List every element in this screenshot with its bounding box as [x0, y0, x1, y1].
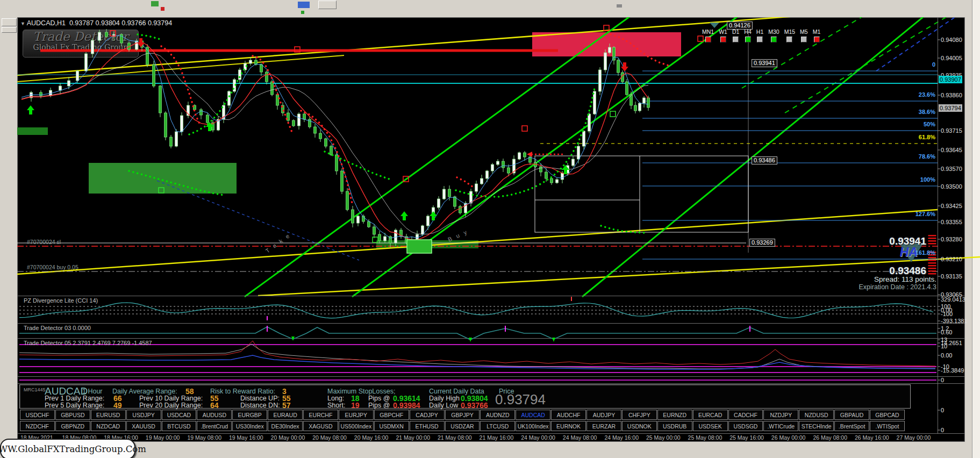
axis-price-label: 0.93425: [941, 202, 962, 210]
scrollbar-strip[interactable]: [972, 0, 980, 458]
symbol-button-usdsek[interactable]: USDSEK: [693, 421, 728, 431]
symbol-button-ethusd[interactable]: ETHUSD: [410, 421, 445, 431]
info-cell: 19: [351, 402, 360, 410]
symbol-button-us500index[interactable]: US500Index: [339, 421, 374, 431]
symbol-button-stechinde[interactable]: STECHInde: [799, 421, 834, 431]
symbol-button-euraud[interactable]: EURAUD: [268, 410, 303, 420]
symbol-button-cadjpy[interactable]: CADJPY: [410, 410, 445, 420]
symbol-button-usdzar[interactable]: USDZAR: [445, 421, 480, 431]
time-axis-label: 24 May 16:00: [604, 434, 639, 441]
axis-price-label: 0.93280: [941, 235, 962, 243]
symbol-button-eurchf[interactable]: EURCHF: [303, 410, 338, 420]
timeframe-state-icon: [720, 37, 726, 42]
timeframe-button-m30[interactable]: M30: [768, 29, 779, 42]
symbol-button-audusd[interactable]: AUDUSD: [197, 410, 232, 420]
symbol-button-nzdjpy[interactable]: NZDJPY: [763, 410, 798, 420]
timeframe-button-m1[interactable]: M1: [813, 29, 821, 42]
symbol-button-usdjpy[interactable]: USDJPY: [126, 410, 161, 420]
axis-price-label: 0: [941, 376, 944, 384]
time-axis-label: 25 May 16:00: [729, 434, 764, 441]
axis-price-label: -100: [941, 310, 953, 318]
symbol-button-gbpjpy[interactable]: GBPJPY: [445, 410, 480, 420]
symbol-button-nzdcad[interactable]: NZDCAD: [91, 421, 126, 431]
symbol-button-us30index[interactable]: US30Index: [232, 421, 267, 431]
collapse-triangle-icon[interactable]: ▼: [20, 21, 25, 26]
scroll-fragment[interactable]: [2, 18, 17, 26]
symbol-button-nzdchf[interactable]: NZDCHF: [20, 421, 55, 431]
fib-level-label: 61.8%: [919, 134, 935, 140]
symbol-button-de30index[interactable]: DE30Index: [268, 421, 303, 431]
symbol-button-audcad[interactable]: AUDCAD: [516, 410, 550, 420]
current-price-chip: 0.93794: [939, 104, 962, 112]
scroll-fragment[interactable]: [2, 27, 17, 33]
time-axis-label: 20 May 00:00: [271, 434, 305, 441]
symbol-button-btcusd[interactable]: BTCUSD: [162, 421, 197, 431]
time-axis-label: 27 May 00:00: [897, 434, 931, 441]
symbol-button-eurnzd[interactable]: EURNZD: [657, 410, 692, 420]
symbol-button-nzdusd[interactable]: NZDUSD: [799, 410, 834, 420]
symbol-button-eurnok[interactable]: EURNOK: [551, 421, 586, 431]
timeframe-label: M1: [813, 29, 821, 35]
symbol-button-usdchf[interactable]: USDCHF: [20, 410, 55, 420]
symbol-button-gbpnzd[interactable]: GBPNZD: [55, 421, 90, 431]
symbol-button-eurgbp[interactable]: EURGBP: [232, 410, 267, 420]
symbol-button-usdrub[interactable]: USDRUB: [657, 421, 692, 431]
indicator-label-pz: PZ Divergence Lite (CCI 14): [24, 297, 98, 304]
symbol-button-xauusd[interactable]: XAUUSD: [126, 421, 161, 431]
trading-platform: Trade Detector Global Fx Trading Group: [0, 0, 980, 458]
symbol-button-usdcad[interactable]: USDCAD: [162, 410, 197, 420]
symbol-button-wticrude[interactable]: .WTICrude: [763, 421, 798, 431]
timeframe-state-icon: [733, 37, 739, 42]
fib-level-label: 50%: [924, 121, 935, 127]
symbol-button-usdnok[interactable]: USDNOK: [622, 421, 657, 431]
time-axis-label: 24 May 08:00: [563, 434, 597, 441]
timeframe-button-m15[interactable]: M15: [784, 29, 795, 42]
site-watermark: WWW.GlobalFXTradingGroup.Com: [0, 439, 135, 458]
symbol-button-ltcusd[interactable]: LTCUSD: [480, 421, 515, 431]
time-axis-label: 25 May 08:00: [688, 434, 723, 441]
time-axis-label: 25 May 00:00: [646, 434, 681, 441]
chart-title-bar[interactable]: ▼ AUDCAD,H1 0.93787 0.93804 0.93766 0.93…: [20, 19, 172, 27]
symbol-button-gbpchf[interactable]: GBPCHF: [374, 410, 409, 420]
symbol-button-chfjpy[interactable]: CHFJPY: [622, 410, 657, 420]
symbol-button-eurzar[interactable]: EURZAR: [586, 421, 621, 431]
symbol-button-gbpcad[interactable]: GBPCAD: [870, 410, 905, 420]
fib-level-label: 127.6%: [915, 211, 935, 217]
symbol-button-brentcrud[interactable]: .BrentCrud: [197, 421, 232, 431]
time-axis-label: 19 May 16:00: [229, 434, 263, 441]
symbol-button-brentspot[interactable]: .BrentSpot: [834, 421, 869, 431]
timeframe-button-h1[interactable]: H1: [756, 29, 763, 42]
symbol-button-usdmxn[interactable]: USDMXN: [374, 421, 409, 431]
symbol-button-audjpy[interactable]: AUDJPY: [586, 410, 621, 420]
symbol-button-gbpaud[interactable]: GBPAUD: [834, 410, 869, 420]
symbol-button-cadchf[interactable]: CADCHF: [728, 410, 763, 420]
fib-level-label: 0: [932, 61, 935, 68]
buy-order-label: #70700024 buy 0.05: [27, 264, 78, 270]
timeframe-button-d1[interactable]: D1: [732, 29, 739, 42]
symbol-button-uk100index[interactable]: UK100Index: [516, 421, 550, 431]
timeframe-toolbar: MN1W1D1H4H1M30M15M5M1: [702, 29, 820, 42]
timeframe-button-m5[interactable]: M5: [800, 29, 808, 42]
timeframe-button-mn1[interactable]: MN1: [702, 29, 714, 42]
axis-price-label: 10: [941, 342, 947, 350]
time-axis-label: 20 May 16:00: [354, 434, 389, 441]
timeframe-button-h4[interactable]: H4: [744, 29, 751, 42]
axis-price-label: 329.0413: [941, 296, 965, 303]
symbol-button-wtispot[interactable]: .WTISpot: [870, 421, 905, 431]
symbol-row-1: USDCHFGBPUSDEURUSDUSDJPYUSDCADAUDUSDEURG…: [20, 410, 905, 420]
toolbar-button[interactable]: [318, 1, 337, 9]
symbol-button-audnzd[interactable]: AUDNZD: [480, 410, 515, 420]
symbol-button-eurcad[interactable]: EURCAD: [693, 410, 728, 420]
spread-note: Spread: 113 points.: [874, 275, 936, 283]
symbol-button-eurusd[interactable]: EURUSD: [91, 410, 126, 420]
timeframe-button-w1[interactable]: W1: [719, 29, 727, 42]
time-axis-label: 26 May 08:00: [813, 434, 847, 441]
symbol-button-eurjpy[interactable]: EURJPY: [339, 410, 374, 420]
symbol-button-audchf[interactable]: AUDCHF: [551, 410, 586, 420]
axis-price-label: 0.94080: [941, 36, 962, 44]
symbol-button-xagusd[interactable]: XAGUSD: [303, 421, 338, 431]
symbol-button-usdsgd[interactable]: USDSGD: [728, 421, 763, 431]
symbol-button-gbpusd[interactable]: GBPUSD: [55, 410, 90, 420]
time-axis-label: 19 May 00:00: [146, 434, 180, 441]
axis-price-label: 0.93135: [941, 273, 962, 280]
